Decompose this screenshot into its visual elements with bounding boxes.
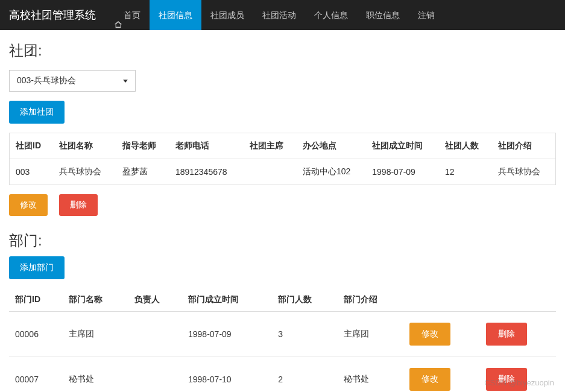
nav-club-info[interactable]: 社团信息 bbox=[150, 0, 201, 30]
navbar: 高校社团管理系统 首页 社团信息 社团成员 社团活动 个人信息 职位信息 注销 bbox=[0, 0, 565, 30]
col-name: 社团名称 bbox=[53, 133, 116, 159]
nav-logout[interactable]: 注销 bbox=[409, 0, 444, 30]
brand: 高校社团管理系统 bbox=[0, 0, 105, 30]
nav-members[interactable]: 社团成员 bbox=[201, 0, 253, 30]
delete-dept-button[interactable]: 删除 bbox=[486, 323, 527, 346]
col-teacher: 指导老师 bbox=[116, 133, 169, 159]
nav-profile[interactable]: 个人信息 bbox=[305, 0, 357, 30]
club-table-row: 003 兵乓球协会 盈梦菡 18912345678 活动中心102 1998-0… bbox=[10, 159, 556, 185]
club-title: 社团: bbox=[9, 41, 556, 60]
col-chair: 社团主席 bbox=[244, 133, 297, 159]
dept-table-row: 00007 秘书处 1998-07-10 2 秘书处 修改 删除 bbox=[9, 357, 556, 393]
club-select-dropdown[interactable]: 003-兵乓球协会 bbox=[9, 70, 136, 92]
dept-table: 部门ID 部门名称 负责人 部门成立时间 部门人数 部门介绍 00006 主席团… bbox=[9, 288, 556, 392]
main-content: 社团: 003-兵乓球协会 添加社团 社团ID 社团名称 指导老师 老师电话 社… bbox=[0, 30, 565, 392]
nav-home-label: 首页 bbox=[124, 0, 140, 30]
col-phone: 老师电话 bbox=[169, 133, 244, 159]
col-dept-founded: 部门成立时间 bbox=[182, 288, 272, 312]
dept-table-header: 部门ID 部门名称 负责人 部门成立时间 部门人数 部门介绍 bbox=[9, 288, 556, 312]
col-count: 社团人数 bbox=[439, 133, 492, 159]
home-icon bbox=[114, 11, 122, 19]
nav-activities[interactable]: 社团活动 bbox=[253, 0, 305, 30]
col-dept-intro: 部门介绍 bbox=[338, 288, 403, 312]
col-location: 办公地点 bbox=[297, 133, 366, 159]
col-dept-name: 部门名称 bbox=[63, 288, 128, 312]
col-dept-leader: 负责人 bbox=[128, 288, 182, 312]
club-table: 社团ID 社团名称 指导老师 老师电话 社团主席 办公地点 社团成立时间 社团人… bbox=[9, 133, 556, 185]
nav-positions[interactable]: 职位信息 bbox=[357, 0, 409, 30]
modify-dept-button[interactable]: 修改 bbox=[409, 368, 450, 391]
club-table-header: 社团ID 社团名称 指导老师 老师电话 社团主席 办公地点 社团成立时间 社团人… bbox=[10, 133, 556, 159]
caret-down-icon bbox=[123, 80, 128, 83]
col-id: 社团ID bbox=[10, 133, 54, 159]
delete-club-button[interactable]: 删除 bbox=[59, 194, 98, 216]
dept-table-row: 00006 主席团 1998-07-09 3 主席团 修改 删除 bbox=[9, 312, 556, 357]
modify-dept-button[interactable]: 修改 bbox=[409, 323, 450, 346]
col-dept-id: 部门ID bbox=[9, 288, 63, 312]
club-selected-value: 003-兵乓球协会 bbox=[17, 75, 76, 86]
col-founded: 社团成立时间 bbox=[366, 133, 439, 159]
col-dept-count: 部门人数 bbox=[272, 288, 338, 312]
add-dept-button[interactable]: 添加部门 bbox=[9, 256, 65, 279]
modify-club-button[interactable]: 修改 bbox=[9, 194, 48, 216]
col-intro: 社团介绍 bbox=[492, 133, 555, 159]
dept-title: 部门: bbox=[9, 231, 556, 250]
add-club-button[interactable]: 添加社团 bbox=[9, 101, 65, 124]
nav-home[interactable]: 首页 bbox=[105, 0, 150, 30]
delete-dept-button[interactable]: 删除 bbox=[486, 368, 527, 391]
